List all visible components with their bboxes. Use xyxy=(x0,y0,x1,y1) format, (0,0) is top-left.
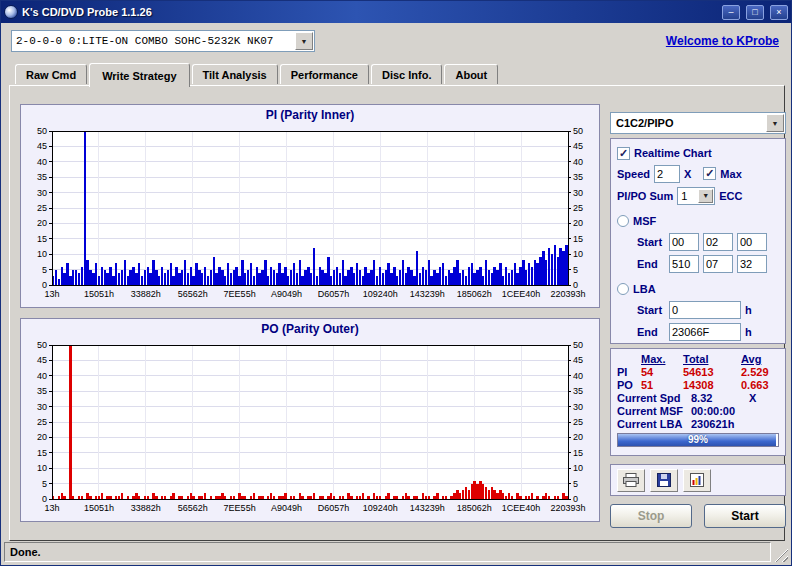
lba-end-label: End xyxy=(637,326,665,338)
svg-text:15: 15 xyxy=(37,448,47,458)
status-bar: Done. xyxy=(4,542,788,562)
svg-text:15: 15 xyxy=(37,234,47,244)
mode-select[interactable]: C1C2/PIPO ▼ xyxy=(610,112,786,134)
scan-options-panel: ✓ Realtime Chart Speed X ✓ Max PI/PO Sum… xyxy=(610,138,786,344)
minimize-button[interactable]: – xyxy=(722,5,740,20)
svg-text:30: 30 xyxy=(573,402,583,412)
chevron-down-icon[interactable]: ▼ xyxy=(698,189,713,203)
tab-write-strategy[interactable]: Write Strategy xyxy=(89,63,189,87)
lba-end-unit: h xyxy=(745,326,752,338)
svg-text:109240h: 109240h xyxy=(363,289,398,299)
tab-performance[interactable]: Performance xyxy=(280,64,369,84)
svg-text:15051h: 15051h xyxy=(84,289,114,299)
start-button[interactable]: Start xyxy=(704,504,786,528)
toolbar: 2-0-0-0 0:LITE-ON COMBO SOHC-5232K NK07 … xyxy=(1,23,791,59)
svg-text:25: 25 xyxy=(37,203,47,213)
resize-grip[interactable] xyxy=(774,548,788,562)
msf-end-frame-input[interactable] xyxy=(737,255,767,273)
stop-button[interactable]: Stop xyxy=(610,504,692,528)
tab-strip: Raw Cmd Write Strategy Tilt Analysis Per… xyxy=(15,63,500,86)
msf-start-frame-input[interactable] xyxy=(737,233,767,251)
svg-text:35: 35 xyxy=(573,172,583,182)
svg-text:20: 20 xyxy=(573,432,583,442)
lba-start-input[interactable] xyxy=(669,301,741,319)
speed-input[interactable] xyxy=(654,165,680,183)
po-chart-title: PO (Parity Outer) xyxy=(21,319,599,336)
current-lba-value: 230621h xyxy=(691,418,749,430)
welcome-link[interactable]: Welcome to KProbe xyxy=(666,34,779,48)
svg-text:35: 35 xyxy=(37,172,47,182)
msf-end-sec-input[interactable] xyxy=(703,255,733,273)
realtime-chart-checkbox[interactable]: ✓ xyxy=(617,147,630,160)
drive-select[interactable]: 2-0-0-0 0:LITE-ON COMBO SOHC-5232K NK07 … xyxy=(11,30,315,52)
svg-text:35: 35 xyxy=(37,386,47,396)
close-button[interactable]: × xyxy=(770,5,788,20)
printer-icon xyxy=(623,473,639,487)
lba-radio[interactable] xyxy=(617,283,629,295)
pipo-sum-label: PI/PO Sum xyxy=(617,190,673,202)
svg-text:50: 50 xyxy=(37,127,47,136)
svg-text:D6057h: D6057h xyxy=(318,289,350,299)
svg-text:15: 15 xyxy=(573,234,583,244)
chevron-down-icon[interactable]: ▼ xyxy=(295,32,313,50)
lba-start-label: Start xyxy=(637,304,665,316)
svg-text:50: 50 xyxy=(573,127,583,136)
status-text: Done. xyxy=(4,542,771,562)
run-controls: Stop Start xyxy=(610,504,786,528)
svg-text:30: 30 xyxy=(37,188,47,198)
tab-disc-info[interactable]: Disc Info. xyxy=(371,64,443,84)
stats-po-max: 51 xyxy=(641,379,683,391)
stats-row-po-name: PO xyxy=(617,379,641,391)
scan-progress-bar: 99% xyxy=(617,433,779,447)
drive-select-value: 2-0-0-0 0:LITE-ON COMBO SOHC-5232K NK07 xyxy=(12,35,294,47)
msf-end-label: End xyxy=(637,258,665,270)
svg-text:45: 45 xyxy=(37,355,47,365)
svg-text:10: 10 xyxy=(37,249,47,259)
svg-text:25: 25 xyxy=(573,417,583,427)
svg-text:33882h: 33882h xyxy=(131,289,161,299)
msf-label: MSF xyxy=(633,215,656,227)
stats-pi-avg: 2.529 xyxy=(741,366,781,378)
chevron-down-icon[interactable]: ▼ xyxy=(766,114,784,132)
msf-start-min-input[interactable] xyxy=(669,233,699,251)
pipo-sum-value: 1 xyxy=(678,190,697,202)
msf-start-label: Start xyxy=(637,236,665,248)
current-lba-label: Current LBA xyxy=(617,418,691,430)
tab-tilt-analysis[interactable]: Tilt Analysis xyxy=(192,64,278,84)
tab-raw-cmd[interactable]: Raw Cmd xyxy=(15,64,87,84)
floppy-icon xyxy=(657,473,671,487)
msf-radio[interactable] xyxy=(617,215,629,227)
svg-text:109240h: 109240h xyxy=(363,503,398,513)
svg-text:5: 5 xyxy=(42,479,47,489)
control-column: C1C2/PIPO ▼ ✓ Realtime Chart Speed X ✓ M… xyxy=(610,86,786,542)
check-icon: ✓ xyxy=(619,148,628,159)
current-msf-row: Current MSF 00:00:00 xyxy=(617,405,779,417)
save-button[interactable] xyxy=(650,469,678,492)
tab-about[interactable]: About xyxy=(444,64,498,84)
max-speed-checkbox[interactable]: ✓ xyxy=(703,167,716,180)
svg-text:45: 45 xyxy=(573,355,583,365)
pi-chart-plot: 0055101015152020252530303535404045455050… xyxy=(24,127,596,305)
maximize-button[interactable]: □ xyxy=(746,5,764,20)
svg-text:15: 15 xyxy=(573,448,583,458)
progress-percent: 99% xyxy=(618,434,778,446)
pipo-sum-select[interactable]: 1 ▼ xyxy=(677,187,715,205)
stats-po-total: 14308 xyxy=(683,379,741,391)
print-button[interactable] xyxy=(617,469,645,492)
chart-image-icon xyxy=(690,473,704,487)
svg-text:220393h: 220393h xyxy=(550,503,585,513)
stats-row-pi-name: PI xyxy=(617,366,641,378)
svg-text:45: 45 xyxy=(37,141,47,151)
svg-text:143239h: 143239h xyxy=(410,503,445,513)
svg-text:13h: 13h xyxy=(44,503,59,513)
current-speed-label: Current Spd xyxy=(617,392,691,404)
lba-end-input[interactable] xyxy=(669,323,741,341)
svg-text:7EE55h: 7EE55h xyxy=(224,503,256,513)
svg-text:40: 40 xyxy=(573,157,583,167)
svg-text:5: 5 xyxy=(42,265,47,275)
save-chart-image-button[interactable] xyxy=(683,469,711,492)
svg-text:1CEE40h: 1CEE40h xyxy=(502,503,541,513)
svg-text:40: 40 xyxy=(573,371,583,381)
msf-end-min-input[interactable] xyxy=(669,255,699,273)
msf-start-sec-input[interactable] xyxy=(703,233,733,251)
